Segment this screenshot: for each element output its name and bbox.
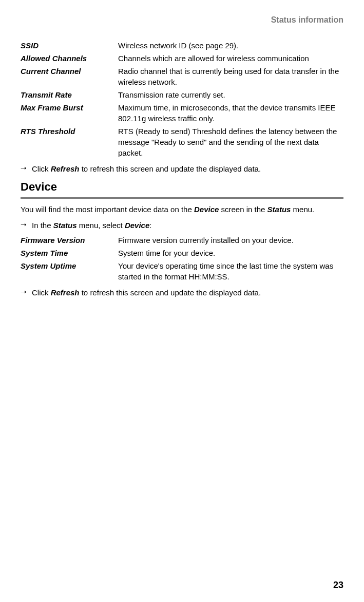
def-label: System Time bbox=[21, 248, 118, 258]
instruction-row: ➝ Click Refresh to refresh this screen a… bbox=[21, 287, 343, 298]
arrow-icon: ➝ bbox=[21, 163, 32, 174]
definitions-group-1: SSID Wireless network ID (see page 29). … bbox=[21, 40, 343, 158]
text: You will find the most important device … bbox=[21, 205, 194, 214]
page-header: Status information bbox=[21, 14, 343, 26]
instruction-row: ➝ Click Refresh to refresh this screen a… bbox=[21, 163, 343, 174]
refresh-label: Refresh bbox=[51, 164, 80, 173]
section-heading: Device bbox=[21, 179, 343, 195]
text: : bbox=[149, 221, 151, 230]
intro-paragraph: You will find the most important device … bbox=[21, 204, 343, 215]
def-label: Firmware Version bbox=[21, 235, 118, 246]
def-value: Transmission rate currently set. bbox=[118, 89, 343, 100]
def-label: Allowed Channels bbox=[21, 53, 118, 64]
arrow-icon: ➝ bbox=[21, 220, 32, 230]
def-row: Max Frame Burst Maximum time, in microse… bbox=[21, 102, 343, 124]
def-value: Firmware version currently installed on … bbox=[118, 235, 343, 246]
def-row: SSID Wireless network ID (see page 29). bbox=[21, 40, 343, 51]
text: In the bbox=[32, 221, 53, 230]
def-value: Channels which are allowed for wireless … bbox=[118, 53, 343, 64]
text-bold: Status bbox=[267, 205, 291, 214]
text: menu. bbox=[291, 205, 314, 214]
def-row: RTS Threshold RTS (Ready to send) Thresh… bbox=[21, 126, 343, 158]
def-label: RTS Threshold bbox=[21, 126, 118, 158]
def-value: Radio channel that is currently being us… bbox=[118, 66, 343, 87]
text: to refresh this screen and update the di… bbox=[80, 164, 261, 173]
instruction-text: Click Refresh to refresh this screen and… bbox=[32, 163, 343, 174]
text: to refresh this screen and update the di… bbox=[80, 288, 261, 297]
def-value: Maximum time, in microseconds, that the … bbox=[118, 102, 343, 124]
text-bold: Device bbox=[194, 205, 219, 214]
definitions-group-2: Firmware Version Firmware version curren… bbox=[21, 235, 343, 282]
text: Click bbox=[32, 288, 51, 297]
def-label: Max Frame Burst bbox=[21, 102, 118, 124]
instruction-text: In the Status menu, select Device: bbox=[32, 220, 343, 231]
arrow-icon: ➝ bbox=[21, 287, 32, 297]
def-label: SSID bbox=[21, 40, 118, 51]
def-value: Wireless network ID (see page 29). bbox=[118, 40, 343, 51]
def-value: RTS (Ready to send) Threshold defines th… bbox=[118, 126, 343, 158]
text-bold: Status bbox=[53, 221, 77, 230]
def-value: System time for your device. bbox=[118, 248, 343, 258]
def-row: Allowed Channels Channels which are allo… bbox=[21, 53, 343, 64]
def-row: Transmit Rate Transmission rate currentl… bbox=[21, 89, 343, 100]
text: Click bbox=[32, 164, 51, 173]
instruction-text: Click Refresh to refresh this screen and… bbox=[32, 287, 343, 298]
def-label: Transmit Rate bbox=[21, 89, 118, 100]
text: screen in the bbox=[219, 205, 267, 214]
refresh-label: Refresh bbox=[51, 288, 80, 297]
def-label: System Uptime bbox=[21, 260, 118, 282]
def-row: System Uptime Your device's operating ti… bbox=[21, 260, 343, 282]
section-rule bbox=[21, 197, 343, 199]
def-row: Firmware Version Firmware version curren… bbox=[21, 235, 343, 246]
def-row: System Time System time for your device. bbox=[21, 248, 343, 258]
instruction-row: ➝ In the Status menu, select Device: bbox=[21, 220, 343, 231]
text-bold: Device bbox=[125, 221, 149, 230]
def-label: Current Channel bbox=[21, 66, 118, 87]
def-row: Current Channel Radio channel that is cu… bbox=[21, 66, 343, 87]
page-number: 23 bbox=[333, 579, 343, 592]
text: menu, select bbox=[77, 221, 125, 230]
def-value: Your device's operating time since the l… bbox=[118, 260, 343, 282]
